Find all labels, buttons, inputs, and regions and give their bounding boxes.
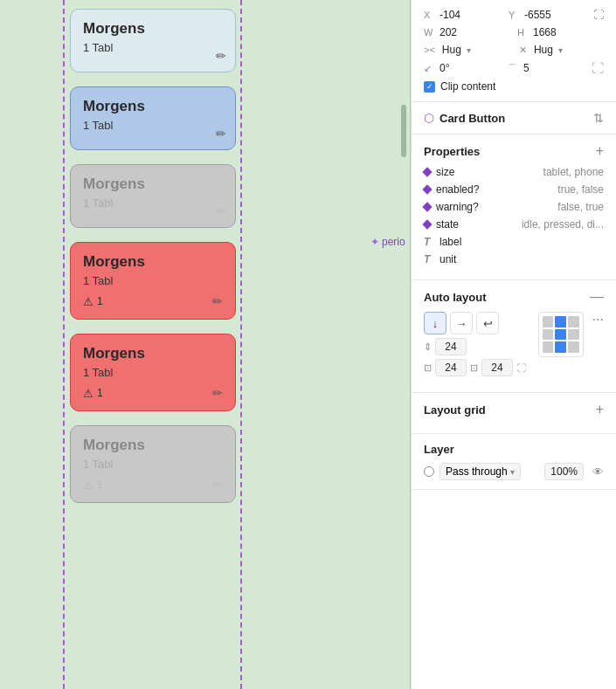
card-3-edit-icon[interactable]: ✏ xyxy=(216,204,226,218)
cards-container: Morgens 1 Tabl ✏ Morgens 1 Tabl ✏ Morgen… xyxy=(70,9,245,503)
layer-blend-dropdown[interactable]: Pass through ▾ xyxy=(440,463,521,480)
radius-icon: ⌒ xyxy=(508,62,520,75)
al-dot-bc[interactable] xyxy=(555,341,566,353)
card-1-subtitle: 1 Tabl xyxy=(83,41,223,54)
al-dot-mc[interactable] xyxy=(555,329,566,341)
al-spacing-3[interactable]: 24 xyxy=(481,359,513,376)
al-dot-br[interactable] xyxy=(568,341,579,353)
y-coord-group: Y -6555 xyxy=(509,9,586,21)
x-label: X xyxy=(424,10,436,20)
card-1-edit-icon[interactable]: ✏ xyxy=(216,49,226,63)
card-3[interactable]: Morgens 1 Tabl ✏ xyxy=(70,164,236,228)
layout-grid-section: Layout grid + xyxy=(412,393,616,434)
al-direction-down[interactable]: ↓ xyxy=(424,312,446,334)
layer-opacity-value: 100% xyxy=(544,463,584,480)
prop-label: T label xyxy=(424,236,604,248)
hug-x-arrow-icon: ▾ xyxy=(467,45,471,55)
prop-enabled-diamond xyxy=(422,184,432,194)
layout-grid-add-icon[interactable]: + xyxy=(596,402,604,417)
prop-state-diamond xyxy=(422,219,432,229)
properties-title: Properties xyxy=(424,145,480,158)
clip-content-checkbox[interactable]: ✓ xyxy=(424,81,435,93)
layout-grid-title: Layout grid xyxy=(424,403,486,417)
scrollbar[interactable] xyxy=(401,105,406,157)
prop-enabled-value: true, false xyxy=(494,183,604,196)
al-spacing-icon: ⇕ xyxy=(424,341,432,353)
card-4-edit-icon[interactable]: ✏ xyxy=(212,294,223,308)
card-6[interactable]: Morgens 1 Tabl ⚠ 1 ✏ xyxy=(70,425,236,503)
card-2-edit-icon[interactable]: ✏ xyxy=(216,127,226,141)
al-dot-bl[interactable] xyxy=(543,341,554,353)
properties-section: Properties + size tablet, phone enabled?… xyxy=(412,134,616,280)
prop-size-diamond xyxy=(422,167,432,176)
component-settings-icon[interactable]: ⇅ xyxy=(593,111,604,125)
hug-y-group[interactable]: Hug ▾ xyxy=(534,44,604,56)
al-dot-ml[interactable] xyxy=(543,329,554,341)
clip-content-label: Clip content xyxy=(440,80,495,93)
card-5-subtitle: 1 Tabl xyxy=(83,366,223,379)
w-coord-group: W 202 xyxy=(424,26,510,38)
card-6-footer: ⚠ 1 ✏ xyxy=(83,478,223,492)
card-2-subtitle: 1 Tabl xyxy=(83,119,223,132)
card-5-edit-icon[interactable]: ✏ xyxy=(212,386,223,400)
al-spacing-2[interactable]: 24 xyxy=(435,359,467,376)
prop-enabled-name: enabled? xyxy=(436,183,488,196)
al-resize-icon: ⛶ xyxy=(516,362,526,373)
card-6-title: Morgens xyxy=(83,437,223,454)
prop-warning-name: warning? xyxy=(436,201,488,213)
prop-unit: T unit xyxy=(424,253,604,265)
card-6-edit-icon[interactable]: ✏ xyxy=(212,478,223,492)
x-value: -104 xyxy=(440,9,460,21)
warning-triangle-icon: ⚠ xyxy=(83,295,93,308)
layer-visibility-icon[interactable]: 👁 xyxy=(592,465,604,479)
al-alignment-grid[interactable] xyxy=(538,312,584,357)
warning-triangle-icon-6: ⚠ xyxy=(83,479,93,492)
al-wrap[interactable]: ↩ xyxy=(476,312,499,334)
hug-x-arrow: >< xyxy=(424,45,435,55)
prop-label-T: T xyxy=(424,236,434,248)
card-5-footer: ⚠ 1 ✏ xyxy=(83,386,223,400)
layer-blend-arrow: ▾ xyxy=(510,467,515,477)
al-direction-right[interactable]: → xyxy=(450,312,473,334)
y-value: -6555 xyxy=(524,9,551,21)
right-panel: X -104 Y -6555 ⛶ W 202 H 1668 >< Hug xyxy=(411,0,616,689)
properties-add-icon[interactable]: + xyxy=(596,143,604,159)
component-section: ⬡ Card Button ⇅ xyxy=(412,102,616,134)
al-padding-icon: ⊡ xyxy=(424,362,432,374)
auto-layout-remove-icon[interactable]: — xyxy=(590,289,604,305)
card-1[interactable]: Morgens 1 Tabl ✏ xyxy=(70,9,236,72)
prop-size: size tablet, phone xyxy=(424,166,604,178)
prop-warning-value: false, true xyxy=(494,201,604,213)
card-2-title: Morgens xyxy=(83,98,223,115)
prop-warning: warning? false, true xyxy=(424,201,604,213)
al-dot-mr[interactable] xyxy=(568,329,579,341)
prop-unit-name: unit xyxy=(440,253,492,265)
prop-size-value: tablet, phone xyxy=(494,166,604,178)
hug-x-group[interactable]: Hug ▾ xyxy=(442,44,512,56)
al-dot-tr[interactable] xyxy=(568,316,579,327)
card-4-subtitle: 1 Tabl xyxy=(83,274,223,287)
card-2[interactable]: Morgens 1 Tabl ✏ xyxy=(70,86,236,150)
layer-header: Layer xyxy=(424,443,604,456)
prop-enabled: enabled? true, false xyxy=(424,183,604,196)
auto-layout-header: Auto layout — xyxy=(424,289,604,305)
card-4[interactable]: Morgens 1 Tabl ⚠ 1 ✏ xyxy=(70,242,236,320)
layer-blend-icon xyxy=(424,466,434,477)
al-spacing-1[interactable]: 24 xyxy=(435,338,467,355)
hug-y-value: Hug xyxy=(534,44,553,56)
w-label: W xyxy=(424,27,436,38)
x-coord-group: X -104 xyxy=(424,9,502,21)
al-more-options[interactable]: ··· xyxy=(592,312,604,327)
clip-content-row[interactable]: ✓ Clip content xyxy=(424,80,604,93)
al-dot-tl[interactable] xyxy=(543,316,554,327)
period-label: ✦ perio xyxy=(370,236,405,248)
card-6-warning: ⚠ 1 xyxy=(83,479,103,492)
y-label: Y xyxy=(509,10,521,20)
prop-label-name: label xyxy=(440,236,492,248)
resize-icon[interactable]: ⛶ xyxy=(593,9,604,21)
w-value: 202 xyxy=(440,26,457,38)
layout-grid-header: Layout grid + xyxy=(424,402,604,417)
h-coord-group: H 1668 xyxy=(517,26,604,38)
card-5[interactable]: Morgens 1 Tabl ⚠ 1 ✏ xyxy=(70,334,236,411)
al-dot-tc[interactable] xyxy=(555,316,566,327)
